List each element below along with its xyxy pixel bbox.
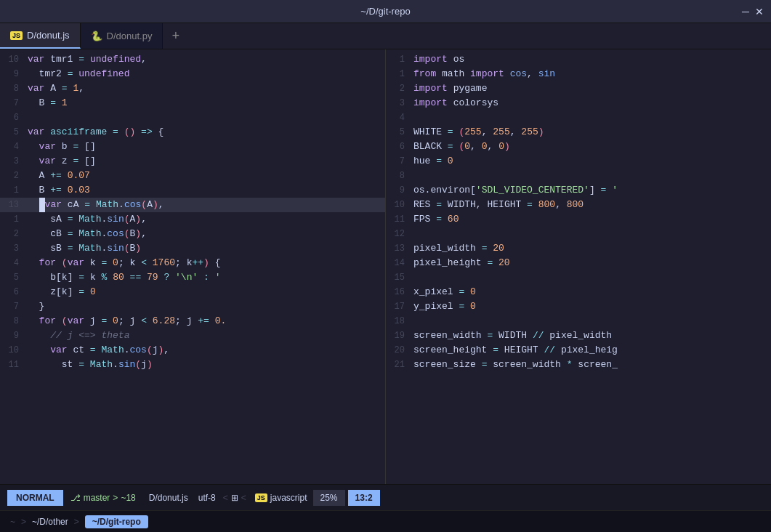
code-line: 11 FPS = 60: [386, 212, 771, 227]
code-line: 1 sA = Math.sin(A),: [0, 212, 385, 227]
code-line: 9 // j <=> theta: [0, 329, 385, 343]
left-editor-pane[interactable]: 10 var tmr1 = undefined, 9 tmr2 = undefi…: [0, 49, 386, 484]
code-line: 10 var tmr1 = undefined,: [0, 52, 385, 67]
code-line: 14 pixel_height = 20: [386, 256, 771, 270]
code-line: 13 pixel_width = 20: [386, 241, 771, 256]
code-line: 9 tmr2 = undefined: [0, 67, 385, 81]
code-line: 10 RES = WIDTH, HEIGHT = 800, 800: [386, 198, 771, 212]
code-line: 2 import pygame: [386, 81, 771, 96]
tabs-bar: JS D/donut.js 🐍 D/donut.py +: [0, 23, 771, 49]
code-line: 21 screen_size = screen_width * screen_: [386, 358, 771, 372]
branch-icon: ⎇: [70, 493, 81, 503]
code-line: 2 A += 0.07: [0, 169, 385, 183]
branch-arrow: >: [113, 493, 118, 503]
right-code-content: 1 import os 1 from math import cos, sin …: [386, 49, 771, 375]
code-line: 2 cB = Math.cos(B),: [0, 227, 385, 241]
status-win-icon: ⊞: [231, 493, 238, 503]
terminal-bar: ~ > ~/D/other > ~/D/git-repo: [0, 510, 771, 532]
code-line: 4 for (var k = 0; k < 1760; k++) {: [0, 256, 385, 270]
status-encoding: utf-8: [194, 493, 220, 503]
code-line: 9 os.environ['SDL_VIDEO_CENTERED'] = ': [386, 183, 771, 198]
term-tilde: ~: [10, 517, 15, 527]
code-line: 12: [386, 227, 771, 241]
status-lt2: <: [238, 493, 249, 503]
code-line: 1 import os: [386, 52, 771, 67]
js-icon: JS: [10, 31, 23, 40]
code-line-highlighted: 13 ​var cA = Math.cos(A),: [0, 198, 385, 212]
code-line: 4: [386, 110, 771, 125]
code-line: 3 var z = []: [0, 154, 385, 169]
branch-name: master: [84, 493, 110, 503]
code-line: 18: [386, 314, 771, 329]
term-sep1: >: [21, 517, 26, 527]
code-line: 4 var b = []: [0, 140, 385, 154]
tab-label-js: D/donut.js: [27, 30, 70, 41]
term-path1: ~/D/other: [32, 517, 68, 527]
code-line: 11 st = Math.sin(j): [0, 358, 385, 372]
code-line: 15: [386, 270, 771, 285]
code-line: 5 b[k] = k % 80 == 79 ? '\n' : ': [0, 270, 385, 285]
status-bar: NORMAL ⎇ master > ~18 D/donut.js utf-8 <…: [0, 484, 771, 510]
tab-donut-py[interactable]: 🐍 D/donut.py: [81, 23, 164, 49]
code-line: 8 var A = 1,: [0, 81, 385, 96]
tab-donut-js[interactable]: JS D/donut.js: [0, 23, 81, 49]
status-lt: <: [220, 493, 231, 503]
code-line: 5 WHITE = (255, 255, 255): [386, 125, 771, 140]
status-filename: D/donut.js: [143, 493, 194, 503]
code-line: 5 var asciiframe = () => {: [0, 125, 385, 140]
code-line: 7 }: [0, 299, 385, 314]
term-active-dir[interactable]: ~/D/git-repo: [85, 515, 148, 528]
code-line: 20 screen_height = HEIGHT // pixel_heig: [386, 343, 771, 358]
code-line: 6: [0, 110, 385, 125]
code-line: 6 BLACK = (0, 0, 0): [386, 140, 771, 154]
code-line: 7 B = 1: [0, 96, 385, 110]
vim-mode: NORMAL: [7, 490, 63, 506]
title-bar: ~/D/git-repo ─ ✕: [0, 0, 771, 23]
left-code-content: 10 var tmr1 = undefined, 9 tmr2 = undefi…: [0, 49, 385, 375]
py-icon: 🐍: [91, 31, 102, 41]
git-branch: ⎇ master > ~18: [63, 493, 143, 503]
lang-name: javascript: [270, 493, 307, 503]
tab-label-py: D/donut.py: [107, 31, 153, 41]
code-line: 1 from math import cos, sin: [386, 67, 771, 81]
code-line: 17 y_pixel = 0: [386, 299, 771, 314]
editor-area: 10 var tmr1 = undefined, 9 tmr2 = undefi…: [0, 49, 771, 484]
status-language: JS javascript: [249, 493, 313, 503]
status-scroll-percent: 25%: [313, 490, 345, 506]
code-line: 7 hue = 0: [386, 154, 771, 169]
code-line: 1 B += 0.03: [0, 183, 385, 198]
code-line: 3 import colorsys: [386, 96, 771, 110]
window-controls[interactable]: ─ ✕: [742, 7, 764, 17]
js-lang-badge: JS: [255, 493, 267, 502]
code-line: 8: [386, 169, 771, 183]
windows-icon: ⊞: [231, 493, 238, 503]
code-line: 19 screen_width = WIDTH // pixel_width: [386, 329, 771, 343]
status-cursor-position: 13:2: [348, 490, 380, 506]
term-sep2: >: [74, 517, 79, 527]
code-line: 8 for (var j = 0; j < 6.28; j += 0.: [0, 314, 385, 329]
code-line: 3 sB = Math.sin(B): [0, 241, 385, 256]
minimize-button[interactable]: ─: [742, 7, 749, 17]
code-line: 6 z[k] = 0: [0, 285, 385, 299]
close-button[interactable]: ✕: [755, 7, 764, 17]
code-line: 10 var ct = Math.cos(j),: [0, 343, 385, 358]
line-count: ~18: [121, 493, 135, 503]
new-tab-button[interactable]: +: [163, 23, 188, 49]
right-editor-pane[interactable]: 1 import os 1 from math import cos, sin …: [386, 49, 771, 484]
code-line: 16 x_pixel = 0: [386, 285, 771, 299]
window-title: ~/D/git-repo: [360, 6, 410, 17]
